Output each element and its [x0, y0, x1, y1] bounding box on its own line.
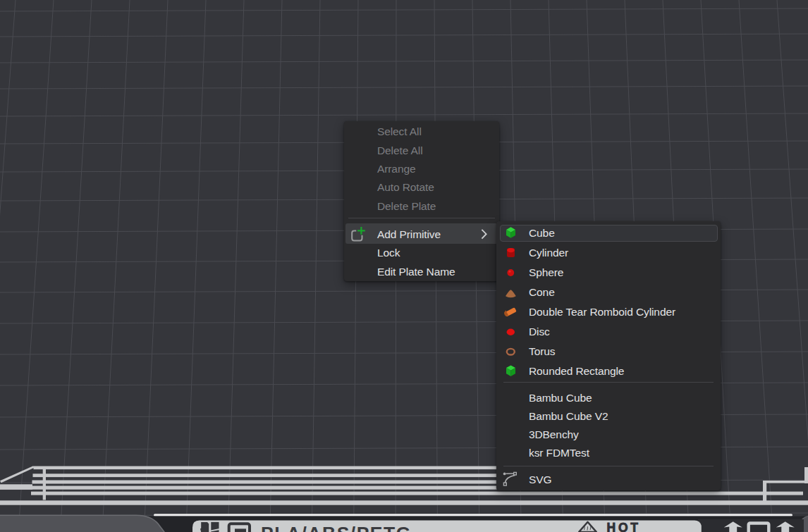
- svg-text:PLA/ABS/PETG: PLA/ABS/PETG: [261, 523, 412, 532]
- svg-text:HOT: HOT: [607, 521, 641, 532]
